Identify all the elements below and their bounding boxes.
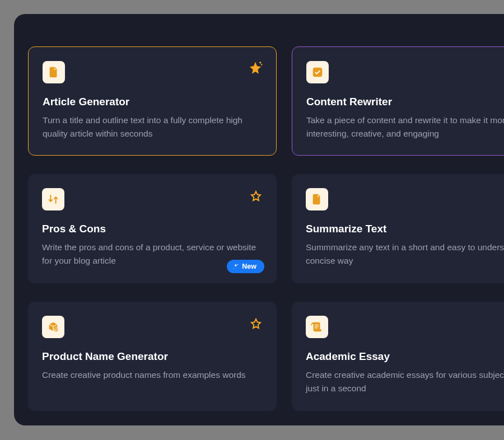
card-desc: Create creative product names from examp… [42,368,263,382]
cards-grid: Article Generator Turn a title and outli… [28,46,501,411]
star-outline-icon[interactable] [249,190,263,203]
new-badge: New [227,260,264,273]
card-content-rewriter[interactable]: Content Rewriter Take a piece of content… [292,46,504,156]
card-article-generator[interactable]: Article Generator Turn a title and outli… [28,46,277,156]
star-outline-icon[interactable] [249,317,263,331]
file-text-icon [306,188,328,210]
card-desc: Take a piece of content and rewrite it t… [306,114,504,141]
card-title: Article Generator [43,96,262,108]
card-title: Product Name Generator [42,350,263,363]
badge-label: New [242,263,256,270]
card-title: Pros & Cons [42,223,263,235]
svg-point-4 [234,268,234,269]
card-academic-essay[interactable]: Academic Essay Create creative academic … [292,302,504,411]
card-pros-cons[interactable]: Pros & Cons Write the pros and cons of a… [28,174,277,283]
svg-point-0 [259,62,261,63]
document-icon [43,61,65,83]
star-filled-icon[interactable] [247,60,264,77]
card-desc: Create creative academic essays for vari… [306,368,504,395]
svg-point-1 [261,64,263,65]
package-check-icon [42,316,64,338]
card-product-name-generator[interactable]: Product Name Generator Create creative p… [28,302,277,411]
scroll-icon [306,316,328,338]
card-desc: Turn a title and outline text into a ful… [43,114,262,141]
sparkle-icon [232,263,239,270]
card-title: Summarize Text [306,223,504,235]
svg-point-3 [237,264,239,265]
templates-panel: Article Generator Turn a title and outli… [14,14,504,425]
checkbox-icon [306,61,329,83]
card-title: Academic Essay [306,350,504,363]
card-summarize-text[interactable]: Summarize Text Summmarize any text in a … [292,174,504,283]
card-title: Content Rewriter [306,96,504,108]
compare-arrows-icon [42,188,64,210]
card-desc: Summmarize any text in a short and easy … [306,241,504,268]
